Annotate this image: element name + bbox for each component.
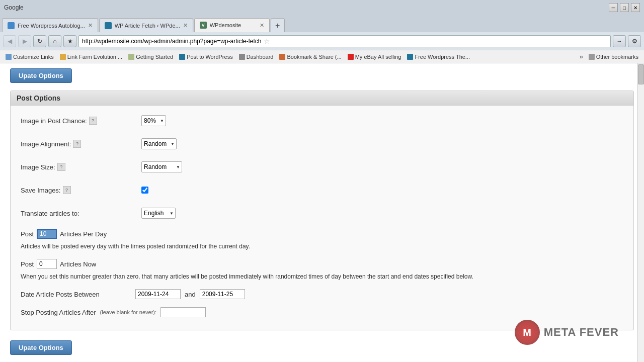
image-alignment-select-wrapper: Random Left Right Center — [141, 138, 177, 149]
bookmark-freewp-icon — [407, 54, 413, 60]
update-options-button-bottom[interactable]: Upate Options — [10, 340, 72, 355]
tab-1-close[interactable]: ✕ — [183, 22, 188, 29]
bookmark-ebay[interactable]: My eBay All selling — [345, 53, 404, 61]
image-size-select[interactable]: Random Thumbnail Medium Large — [141, 161, 182, 172]
image-size-label: Image Size: ? — [21, 163, 141, 171]
post-now-info: When you set this number greater than ze… — [21, 272, 623, 281]
post-now-input[interactable] — [37, 259, 57, 269]
scrollbar-thumb[interactable] — [638, 64, 644, 84]
image-in-post-chance-label: Image in Post Chance: ? — [21, 117, 141, 125]
home-button[interactable]: ⌂ — [48, 35, 61, 47]
section-body: Image in Post Chance: ? 80% 60% 40% 20% … — [11, 106, 633, 330]
translate-articles-label: Translate articles to: — [21, 210, 141, 217]
watermark-logo-letter: M — [523, 327, 531, 338]
date-end-input[interactable] — [200, 289, 245, 299]
stop-posting-row: Stop Posting Articles After (leave blank… — [21, 307, 623, 317]
bookmark-getting-started-icon — [128, 54, 134, 60]
content-area: Upate Options Post Options Image in Post… — [0, 63, 644, 362]
post-per-day-row: Post Articles Per Day — [21, 229, 623, 239]
title-bar-label: Google — [4, 4, 24, 11]
maximize-button[interactable]: □ — [620, 3, 629, 12]
bookmark-linkfarm-label: Link Farm Evolution ... — [67, 54, 122, 60]
bookmarks-more-button[interactable]: » — [578, 52, 585, 61]
nav-bar: ◀ ▶ ↻ ⌂ ★ http://wpdemosite.com/wp-admin… — [0, 32, 644, 50]
image-alignment-select[interactable]: Random Left Right Center — [141, 138, 177, 149]
image-in-post-chance-help-icon[interactable]: ? — [89, 117, 97, 125]
post-per-day-info: Articles will be posted every day with t… — [21, 242, 623, 251]
bookmark-post-wordpress-label: Post to WordPress — [187, 54, 233, 60]
new-tab-button[interactable]: + — [271, 18, 285, 32]
bookmark-post-wordpress[interactable]: Post to WordPress — [177, 53, 235, 61]
tab-2-label: WPdemosite — [210, 22, 257, 28]
close-button[interactable]: ✕ — [631, 3, 640, 12]
stop-posting-input[interactable] — [160, 307, 206, 317]
save-images-help-icon[interactable]: ? — [63, 186, 71, 194]
tab-0[interactable]: Free Wordpress Autoblog... ✕ — [2, 18, 98, 32]
address-bar[interactable]: http://wpdemosite.com/wp-admin/admin.php… — [78, 35, 611, 47]
tab-bar: Free Wordpress Autoblog... ✕ WP Article … — [0, 15, 644, 32]
title-bar-controls[interactable]: ─ □ ✕ — [609, 3, 640, 12]
title-bar-left: Google — [4, 4, 24, 11]
bookmark-getting-started-label: Getting Started — [136, 54, 173, 60]
date-between-label: Date Article Posts Between — [21, 291, 131, 298]
bookmark-star[interactable]: ☆ — [264, 37, 270, 45]
post-options-section: Post Options Image in Post Chance: ? 80%… — [10, 90, 634, 330]
watermark-text: META FEVER — [544, 326, 619, 339]
scrollbar-track[interactable] — [637, 63, 644, 362]
image-in-post-chance-select-wrapper: 80% 60% 40% 20% 0% — [141, 115, 166, 126]
tools-button[interactable]: ⚙ — [628, 35, 641, 47]
stop-posting-label: Stop Posting Articles After — [21, 309, 96, 316]
image-alignment-row: Image Alignment: ? Random Left Right Cen… — [21, 136, 623, 151]
image-alignment-control: Random Left Right Center — [141, 138, 177, 149]
image-size-help-icon[interactable]: ? — [57, 163, 65, 171]
forward-button[interactable]: ▶ — [18, 35, 31, 47]
translate-articles-select[interactable]: English Spanish French German — [141, 208, 176, 219]
post-per-day-pre-label: Post — [21, 230, 34, 238]
go-button[interactable]: → — [613, 35, 626, 47]
image-size-select-wrapper: Random Thumbnail Medium Large — [141, 161, 182, 172]
save-images-label: Save Images: ? — [21, 186, 141, 194]
refresh-button[interactable]: ↻ — [33, 35, 46, 47]
other-bookmarks[interactable]: Other bookmarks — [586, 53, 641, 61]
watermark-logo: M — [515, 320, 540, 345]
tab-1[interactable]: WP Article Fetch ‹ WPde... ✕ — [99, 18, 193, 32]
tab-2[interactable]: V WPdemosite ✕ — [194, 18, 270, 32]
bookmark-bookmark-share[interactable]: Bookmark & Share (... — [277, 53, 344, 61]
section-title: Post Options — [17, 94, 60, 102]
bookmark-linkfarm-icon — [60, 54, 66, 60]
update-options-button-top[interactable]: Upate Options — [10, 68, 72, 83]
image-alignment-help-icon[interactable]: ? — [73, 140, 81, 148]
bookmark-freewp[interactable]: Free Wordpress The... — [405, 53, 472, 61]
bookmark-getting-started[interactable]: Getting Started — [126, 53, 176, 61]
bookmark-linkfarm[interactable]: Link Farm Evolution ... — [57, 53, 125, 61]
back-button[interactable]: ◀ — [3, 35, 16, 47]
bookmark-ebay-label: My eBay All selling — [355, 54, 401, 60]
favorites-button[interactable]: ★ — [63, 35, 76, 47]
bookmark-dashboard-label: Dashboard — [247, 54, 274, 60]
tab-2-close[interactable]: ✕ — [260, 22, 264, 29]
title-bar: Google ─ □ ✕ — [0, 0, 644, 15]
bookmark-customize-label: Customize Links — [13, 54, 54, 60]
image-in-post-chance-select[interactable]: 80% 60% 40% 20% 0% — [141, 115, 166, 126]
date-between-row: Date Article Posts Between and — [21, 289, 623, 299]
minimize-button[interactable]: ─ — [609, 3, 618, 12]
bookmark-share-icon — [279, 54, 285, 60]
tab-0-label: Free Wordpress Autoblog... — [18, 23, 85, 29]
section-header: Post Options — [11, 91, 633, 106]
translate-articles-row: Translate articles to: English Spanish F… — [21, 206, 623, 221]
tab-1-label: WP Article Fetch ‹ WPde... — [115, 23, 180, 29]
tab-0-favicon — [8, 22, 15, 29]
bookmark-customize[interactable]: Customize Links — [3, 53, 56, 61]
translate-articles-control: English Spanish French German — [141, 208, 176, 219]
bookmark-freewp-label: Free Wordpress The... — [415, 54, 470, 60]
bookmark-post-wordpress-icon — [179, 54, 185, 60]
date-start-input[interactable] — [135, 289, 181, 299]
bookmark-dashboard[interactable]: Dashboard — [236, 53, 276, 61]
browser-chrome: Google ─ □ ✕ Free Wordpress Autoblog... … — [0, 0, 644, 63]
post-now-pre-label: Post — [21, 260, 34, 268]
post-per-day-input[interactable] — [37, 229, 57, 239]
image-alignment-label: Image Alignment: ? — [21, 140, 141, 148]
tab-0-close[interactable]: ✕ — [88, 22, 93, 29]
bookmark-share-label: Bookmark & Share (... — [287, 54, 341, 60]
save-images-checkbox[interactable] — [141, 187, 148, 194]
